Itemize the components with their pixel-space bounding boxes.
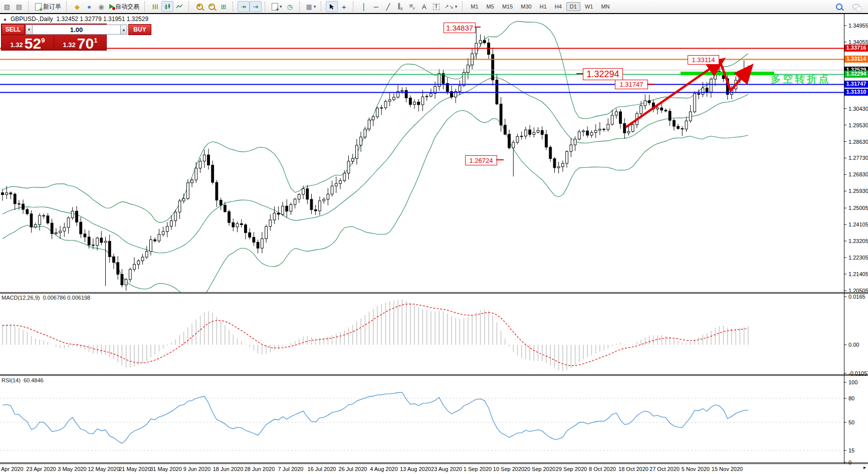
timeframe-button-M30[interactable]: M30 [517,2,535,11]
community-button[interactable]: ● [83,1,95,12]
vertical-line-button[interactable]: │ [358,1,370,12]
volume-input[interactable] [33,25,120,35]
zoom-out-button[interactable]: − [205,1,218,12]
chart-title: ▲ GBPUSD-,Daily 1.32452 1.32779 1.31951 … [3,16,148,23]
news-button[interactable]: ◉ [95,1,107,12]
autotrading-button[interactable]: 自动交易 [107,1,141,12]
zoom-in-button[interactable]: + [193,1,205,12]
chart-shift-button[interactable]: ⇥ [250,1,262,12]
price-tick-label: 1.34955 [848,23,868,29]
candle-body [706,88,708,92]
date-label: 9 Jun 2020 [183,466,210,472]
bar-chart-mode-button[interactable]: ☰ [149,1,161,12]
new-chart-button[interactable]: ▧ [1,1,13,12]
sell-price[interactable]: 1.32 52 9 [2,35,54,51]
arrows-button[interactable]: ↗↘▾ [442,1,459,12]
candle-body [339,181,342,184]
candle-body [51,223,53,233]
candle-body [644,101,646,106]
tile-windows-button[interactable]: ⊞ [218,1,230,12]
candle-body [467,65,470,73]
chart-canvas[interactable] [0,0,868,474]
buy-price-pip: 1 [94,37,97,44]
timeframe-button-MN[interactable]: MN [597,2,613,11]
candle-body [409,98,411,105]
buy-price[interactable]: 1.32 70 1 [54,35,106,51]
search-button[interactable] [833,1,845,12]
candle-body [282,206,284,214]
panel-border [0,293,868,294]
timeframe-button-H1[interactable]: H1 [536,2,550,11]
chat-button[interactable] [850,1,862,12]
timeframe-button-M5[interactable]: M5 [483,2,498,11]
fibonacci-button[interactable]: ≡F [406,1,418,12]
toolbar: ▧ ▤ 新订单 ◆ ● ◉ 自动交易 ☰ + − ⊞ ↠ ⇥ ▾ ◷ ▦▾ + [0,0,868,13]
timeframe-button-W1[interactable]: W1 [581,2,597,11]
toolbar-separator [353,2,356,12]
price-annotation[interactable]: 1.33114 [688,55,719,65]
candle-body [327,194,329,199]
rsi-tick-label: 15 [848,447,854,453]
candle-body [553,159,556,168]
timeframe-button-M1[interactable]: M1 [467,2,482,11]
text-label-button[interactable]: T [430,1,442,12]
price-annotation[interactable]: 1.31747 [615,80,648,89]
candle-body [685,121,688,129]
price-annotation[interactable]: 1.32294 [583,68,623,80]
candle-body [133,264,136,269]
candle-body [96,238,99,246]
price-badge: 1.32294 [844,71,868,78]
gold-icon: ◆ [75,4,80,10]
text-button[interactable]: A [418,1,430,12]
candle-body [298,194,300,199]
cursor-button[interactable] [326,1,338,12]
candle-body [59,231,62,232]
candle-body [557,167,560,168]
templates-button[interactable]: ▦▾ [304,1,318,12]
price-annotation[interactable]: 1.26724 [465,155,497,165]
price-annotation[interactable]: 1.34837 [444,23,476,33]
trendline-button[interactable]: ╱ [382,1,394,12]
indicators-button[interactable]: ▾ [270,1,284,12]
volume-increase-button[interactable]: ▲ [120,25,127,35]
date-label: 4 Aug 2020 [370,466,398,472]
one-click-trading-panel: SELL ▼ ▲ BUY 1.32 52 9 1.32 70 1 [1,24,107,51]
scroll-end-icon[interactable]: ▸ [863,464,866,470]
autotrading-icon [109,4,114,9]
candle-body [232,222,235,227]
candle-body [10,193,12,194]
triangle-up-icon: ▲ [122,28,126,32]
timeframe-button-D1[interactable]: D1 [566,2,580,11]
autotrading-label: 自动交易 [115,3,139,11]
date-label: 1 Sep 2020 [464,466,492,472]
candle-body [178,201,181,212]
candle-body [393,97,395,100]
channel-button[interactable]: ∥E [394,1,406,12]
panel-border [0,374,868,375]
candle-body [520,136,523,137]
vertical-line-icon: │ [362,4,366,10]
sell-button[interactable]: SELL [2,24,25,35]
candle-body [603,129,605,130]
timeframe-button-M15[interactable]: M15 [499,2,516,11]
candle-body [356,145,358,158]
price-tick-label: 1.25005 [848,205,868,211]
candle-body [162,231,164,234]
new-order-button[interactable]: 新订单 [33,1,63,12]
profiles-button[interactable]: ▤ [13,1,25,12]
timeframe-button-H4[interactable]: H4 [551,2,565,11]
volume-decrease-button[interactable]: ▼ [26,25,33,35]
horizontal-line-button[interactable]: ─ [370,1,382,12]
candle-body [566,151,568,163]
line-chart-mode-button[interactable] [173,1,185,12]
crosshair-button[interactable]: + [338,1,350,12]
auto-scroll-button[interactable]: ↠ [238,1,250,12]
date-label: 12 May 2020 [88,466,120,472]
turning-point-note[interactable]: 多空转折点 [771,72,831,86]
period-button[interactable]: ◷ [284,1,296,12]
mql-editor-button[interactable]: ◆ [71,1,83,12]
candlestick-mode-button[interactable] [161,1,173,12]
buy-button[interactable]: BUY [128,24,151,35]
support-highlight-bar[interactable] [681,72,774,75]
candle-body [22,204,25,209]
